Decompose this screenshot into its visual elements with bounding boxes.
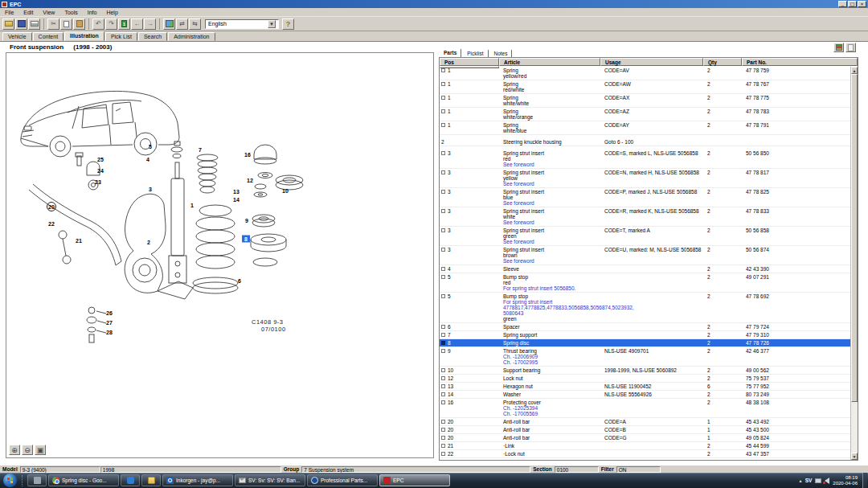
link-next-button[interactable]: ⇆	[189, 18, 201, 30]
table-row[interactable]: 1Springyellow/redCODE=AV247 78 759	[440, 67, 850, 80]
zoom-out-button[interactable]: ⊖	[22, 445, 33, 455]
zoom-in-button[interactable]: ⊕	[9, 445, 20, 455]
table-row[interactable]: 1Springred/whiteCODE=AW247 78 767	[440, 80, 850, 94]
show-desktop-button[interactable]	[862, 473, 867, 488]
task-mail[interactable]: SV: Sv: SV: SV: Ban...	[235, 474, 305, 486]
callout-4[interactable]: 4	[146, 157, 149, 162]
row-checkbox[interactable]	[441, 400, 445, 404]
table-row[interactable]: 8Spring disc247 78 726	[440, 339, 850, 347]
callout-9[interactable]: 9	[245, 218, 248, 223]
callout-6[interactable]: 6	[238, 278, 241, 284]
network-icon[interactable]	[815, 478, 821, 483]
image-button[interactable]	[163, 18, 175, 30]
parts-tab-picklist[interactable]: Picklist	[462, 49, 488, 57]
table-row[interactable]: 5Bump stopredFor spring strut insert 505…	[440, 273, 850, 293]
column-header-partno[interactable]: Part No.	[742, 58, 858, 66]
task-outlook[interactable]: OInkorgen - jay@p...	[162, 474, 233, 486]
column-header-usage[interactable]: Usage	[600, 58, 703, 66]
parts-tab-notes[interactable]: Notes	[489, 49, 513, 57]
column-header-article[interactable]: Article	[499, 58, 600, 66]
article-link[interactable]: See foreword	[503, 162, 600, 167]
row-checkbox[interactable]	[441, 228, 445, 232]
callout-20[interactable]: 20	[47, 202, 56, 211]
table-row[interactable]: 1Springwhite/whiteCODE=AX247 78 775	[440, 94, 850, 108]
callout-16[interactable]: 16	[244, 152, 251, 158]
article-link[interactable]: See foreword	[503, 239, 600, 244]
row-checkbox[interactable]	[441, 275, 445, 279]
back-button[interactable]: ←	[131, 18, 143, 30]
table-row[interactable]: 4Sleeve242 43 390	[440, 265, 850, 273]
language-select[interactable]: English▼	[205, 19, 279, 29]
tab-illustration[interactable]: Illustration	[64, 31, 104, 41]
tray-expand-icon[interactable]: ▴	[800, 478, 802, 483]
zoom-reset-button[interactable]: ▣	[35, 445, 46, 455]
row-checkbox[interactable]	[441, 96, 445, 100]
callout-21[interactable]: 21	[76, 238, 82, 244]
row-checkbox[interactable]	[441, 170, 445, 174]
callout-22[interactable]: 22	[48, 221, 55, 227]
undo-button[interactable]: ↶	[92, 18, 104, 30]
row-checkbox[interactable]	[441, 436, 445, 440]
callout-10[interactable]: 10	[282, 188, 289, 194]
article-link[interactable]: Ch. -17005569	[503, 411, 600, 416]
column-header-qty[interactable]: Qty	[703, 58, 742, 66]
callout-14[interactable]: 14	[233, 197, 240, 203]
row-checkbox[interactable]	[441, 209, 445, 213]
callout-27[interactable]: 27	[106, 320, 113, 326]
row-checkbox[interactable]	[441, 444, 445, 448]
parts-scrollbar[interactable]: ▲ ▼	[850, 67, 858, 460]
article-link[interactable]: See foreword	[503, 219, 600, 225]
callout-2[interactable]: 2	[147, 240, 150, 245]
row-checkbox[interactable]	[441, 333, 445, 337]
table-row[interactable]: 21·Link245 44 599	[440, 442, 850, 450]
go-button[interactable]: 1	[118, 18, 130, 30]
article-link[interactable]: See foreword	[503, 258, 600, 264]
callout-3[interactable]: 3	[149, 187, 152, 192]
row-checkbox[interactable]	[441, 368, 445, 372]
table-row[interactable]: 3Spring strut insertblueSee forewordCODE…	[440, 188, 850, 207]
table-row[interactable]: 3Spring strut insertgreenSee forewordCOD…	[440, 227, 850, 246]
table-row[interactable]: 20Anti-roll barCODE=G149 05 824	[440, 434, 850, 442]
help-button[interactable]: ?	[282, 18, 294, 30]
start-button[interactable]	[3, 474, 17, 487]
callout-26[interactable]: 26	[106, 310, 113, 316]
table-row[interactable]: 10Support bearing1998-1999, NLS-USE 5060…	[440, 367, 850, 375]
table-row[interactable]: 23BushingFor anti-roll bar 4543492.245 4…	[440, 458, 850, 460]
callout-7[interactable]: 7	[199, 147, 202, 153]
row-checkbox[interactable]	[441, 452, 445, 456]
callout-28[interactable]: 28	[106, 330, 113, 335]
callout-25[interactable]: 25	[97, 157, 104, 162]
tab-vehicle[interactable]: Vehicle	[2, 32, 32, 41]
table-row[interactable]: 6Spacer247 79 724	[440, 323, 850, 331]
row-checkbox[interactable]	[441, 294, 445, 298]
row-checkbox[interactable]	[441, 325, 445, 329]
row-checkbox[interactable]	[441, 384, 445, 388]
row-checkbox[interactable]	[441, 151, 445, 155]
table-row[interactable]: 1Springwhite/orangeCODE=AZ247 78 783	[440, 108, 850, 121]
table-row[interactable]: 14WasherNLS-USE 55564926280 73 249	[440, 391, 850, 399]
row-checkbox[interactable]	[441, 267, 445, 271]
article-link[interactable]: Ch. -12025394	[503, 405, 600, 411]
table-row[interactable]: 13Hexagon nutNLS-USE 11900452675 77 952	[440, 383, 850, 391]
row-checkbox[interactable]	[441, 123, 445, 127]
scroll-down-icon[interactable]: ▼	[851, 453, 858, 460]
forward-button[interactable]: →	[144, 18, 156, 30]
article-link[interactable]: For spring strut insert 5056850.	[503, 285, 600, 291]
row-checkbox[interactable]	[441, 349, 445, 353]
callout-13[interactable]: 13	[233, 189, 240, 195]
table-row[interactable]: 2Steering knuckle housingGoto 6 - 100	[440, 138, 850, 146]
task-chrome[interactable]: Spring disc - Goo...	[48, 474, 119, 486]
row-checkbox[interactable]	[441, 428, 445, 432]
row-checkbox[interactable]	[441, 392, 445, 396]
callout-8[interactable]: 8	[242, 236, 250, 243]
minimize-button[interactable]: _	[838, 1, 847, 7]
callout-5[interactable]: 5	[149, 144, 152, 150]
row-checkbox[interactable]	[441, 248, 445, 252]
page-view-button[interactable]	[845, 43, 856, 52]
tab-pick-list[interactable]: Pick List	[105, 32, 137, 41]
article-link[interactable]: See foreword	[503, 181, 600, 187]
menu-file[interactable]: File	[0, 10, 18, 15]
link-prev-button[interactable]: ⇄	[176, 18, 188, 30]
menu-tools[interactable]: Tools	[59, 10, 82, 15]
parts-tab-parts[interactable]: Parts	[439, 48, 461, 57]
